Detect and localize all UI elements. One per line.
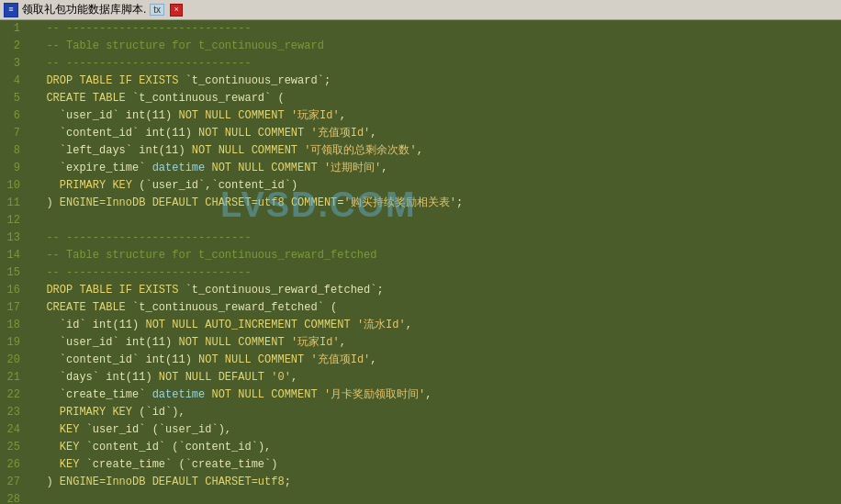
table-row: 12 xyxy=(0,212,841,230)
line-content: -- ---------------------------- xyxy=(28,230,841,247)
line-content: `expire_time` datetime NOT NULL COMMENT … xyxy=(28,160,841,177)
table-row: 7 `content_id` int(11) NOT NULL COMMENT … xyxy=(0,125,841,142)
line-number: 2 xyxy=(0,38,28,55)
line-content: DROP TABLE IF EXISTS `t_continuous_rewar… xyxy=(28,73,841,90)
table-row: 10 PRIMARY KEY (`user_id`,`content_id`) xyxy=(0,177,841,195)
file-icon: ≡ xyxy=(4,3,18,17)
table-row: 3 -- ---------------------------- xyxy=(0,55,841,73)
line-number: 18 xyxy=(0,317,28,334)
line-number: 15 xyxy=(0,264,28,282)
line-content: KEY `create_time` (`create_time`) xyxy=(28,456,841,474)
line-number: 3 xyxy=(0,55,28,73)
table-row: 26 KEY `create_time` (`create_time`) xyxy=(0,456,841,474)
line-content: -- Table structure for t_continuous_rewa… xyxy=(28,247,841,264)
line-content: `content_id` int(11) NOT NULL COMMENT '充… xyxy=(28,125,841,142)
code-container: LVSD.COM 1 -- --------------------------… xyxy=(0,20,841,504)
table-row: 23 PRIMARY KEY (`id`), xyxy=(0,404,841,421)
line-number: 9 xyxy=(0,160,28,177)
line-content xyxy=(28,212,841,230)
table-row: 24 KEY `user_id` (`user_id`), xyxy=(0,421,841,439)
table-row: 6 `user_id` int(11) NOT NULL COMMENT '玩家… xyxy=(0,107,841,125)
line-number: 21 xyxy=(0,369,28,386)
line-number: 28 xyxy=(0,491,28,504)
line-content: `user_id` int(11) NOT NULL COMMENT '玩家Id… xyxy=(28,334,841,352)
line-content: -- Table structure for t_continuous_rewa… xyxy=(28,38,841,55)
table-row: 18 `id` int(11) NOT NULL AUTO_INCREMENT … xyxy=(0,317,841,334)
line-content: ) ENGINE=InnoDB DEFAULT CHARSET=utf8; xyxy=(28,474,841,491)
table-row: 14 -- Table structure for t_continuous_r… xyxy=(0,247,841,264)
line-content: `content_id` int(11) NOT NULL COMMENT '充… xyxy=(28,352,841,369)
line-content: DROP TABLE IF EXISTS `t_continuous_rewar… xyxy=(28,282,841,299)
line-number: 10 xyxy=(0,177,28,195)
line-content: CREATE TABLE `t_continuous_reward` ( xyxy=(28,90,841,107)
line-number: 26 xyxy=(0,456,28,474)
line-number: 5 xyxy=(0,90,28,107)
table-row: 11 ) ENGINE=InnoDB DEFAULT CHARSET=utf8 … xyxy=(0,195,841,212)
line-content: `left_days` int(11) NOT NULL COMMENT '可领… xyxy=(28,142,841,160)
line-number: 14 xyxy=(0,247,28,264)
table-row: 20 `content_id` int(11) NOT NULL COMMENT… xyxy=(0,352,841,369)
line-content: -- ---------------------------- xyxy=(28,55,841,73)
line-number: 12 xyxy=(0,212,28,230)
line-number: 1 xyxy=(0,20,28,38)
line-content xyxy=(28,491,841,504)
line-content: `create_time` datetime NOT NULL COMMENT … xyxy=(28,386,841,404)
table-row: 13 -- ---------------------------- xyxy=(0,230,841,247)
line-number: 23 xyxy=(0,404,28,421)
title-bar: ≡ 领取礼包功能数据库脚本. tx × xyxy=(0,0,841,20)
line-number: 25 xyxy=(0,439,28,456)
line-content: -- ---------------------------- xyxy=(28,20,841,38)
line-content: -- ---------------------------- xyxy=(28,264,841,282)
table-row: 1 -- ---------------------------- xyxy=(0,20,841,38)
table-row: 9 `expire_time` datetime NOT NULL COMMEN… xyxy=(0,160,841,177)
table-row: 22 `create_time` datetime NOT NULL COMME… xyxy=(0,386,841,404)
table-row: 15 -- ---------------------------- xyxy=(0,264,841,282)
line-content: CREATE TABLE `t_continuous_reward_fetche… xyxy=(28,299,841,317)
close-button[interactable]: × xyxy=(170,4,183,17)
code-table: 1 -- ----------------------------2 -- Ta… xyxy=(0,20,841,504)
table-row: 2 -- Table structure for t_continuous_re… xyxy=(0,38,841,55)
line-content: `id` int(11) NOT NULL AUTO_INCREMENT COM… xyxy=(28,317,841,334)
table-row: 4 DROP TABLE IF EXISTS `t_continuous_rew… xyxy=(0,73,841,90)
line-number: 4 xyxy=(0,73,28,90)
line-number: 24 xyxy=(0,421,28,439)
table-row: 17 CREATE TABLE `t_continuous_reward_fet… xyxy=(0,299,841,317)
line-number: 8 xyxy=(0,142,28,160)
table-row: 28 xyxy=(0,491,841,504)
line-number: 27 xyxy=(0,474,28,491)
file-badge: tx xyxy=(150,4,164,16)
line-content: PRIMARY KEY (`user_id`,`content_id`) xyxy=(28,177,841,195)
line-content: `user_id` int(11) NOT NULL COMMENT '玩家Id… xyxy=(28,107,841,125)
title-text: 领取礼包功能数据库脚本. xyxy=(22,2,146,17)
line-number: 22 xyxy=(0,386,28,404)
line-content: `days` int(11) NOT NULL DEFAULT '0', xyxy=(28,369,841,386)
line-number: 20 xyxy=(0,352,28,369)
line-number: 11 xyxy=(0,195,28,212)
table-row: 21 `days` int(11) NOT NULL DEFAULT '0', xyxy=(0,369,841,386)
table-row: 5 CREATE TABLE `t_continuous_reward` ( xyxy=(0,90,841,107)
line-number: 6 xyxy=(0,107,28,125)
line-content: KEY `user_id` (`user_id`), xyxy=(28,421,841,439)
line-number: 17 xyxy=(0,299,28,317)
table-row: 8 `left_days` int(11) NOT NULL COMMENT '… xyxy=(0,142,841,160)
line-number: 7 xyxy=(0,125,28,142)
line-number: 16 xyxy=(0,282,28,299)
line-content: PRIMARY KEY (`id`), xyxy=(28,404,841,421)
table-row: 25 KEY `content_id` (`content_id`), xyxy=(0,439,841,456)
line-number: 13 xyxy=(0,230,28,247)
line-content: KEY `content_id` (`content_id`), xyxy=(28,439,841,456)
table-row: 16 DROP TABLE IF EXISTS `t_continuous_re… xyxy=(0,282,841,299)
table-row: 27 ) ENGINE=InnoDB DEFAULT CHARSET=utf8; xyxy=(0,474,841,491)
line-content: ) ENGINE=InnoDB DEFAULT CHARSET=utf8 COM… xyxy=(28,195,841,212)
line-number: 19 xyxy=(0,334,28,352)
table-row: 19 `user_id` int(11) NOT NULL COMMENT '玩… xyxy=(0,334,841,352)
